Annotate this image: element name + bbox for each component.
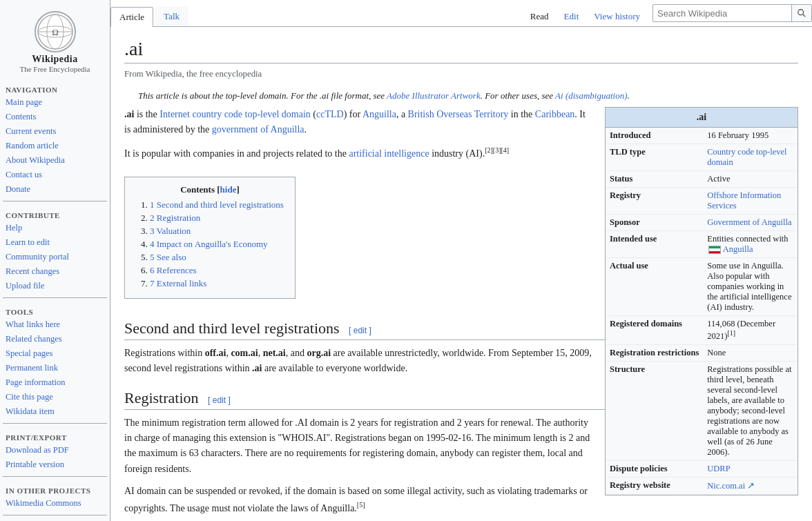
infobox-value: Nic.com.ai ↗ [703,478,798,495]
tabs-bar: Article Talk Read Edit View history [110,0,812,27]
infobox-value: Registrations possible at third level, b… [703,362,798,461]
sidebar-item-permanent-link[interactable]: Permanent link [0,361,110,375]
sidebar-item-contact[interactable]: Contact us [0,168,110,182]
sidebar-item-page-info[interactable]: Page information [0,375,110,390]
registry-link[interactable]: Offshore Information Services [707,190,781,210]
sidebar-item-special-pages[interactable]: Special pages [0,346,110,361]
sidebar-item-about[interactable]: About Wikipedia [0,153,110,168]
toc-link-2[interactable]: 2 Registration [150,213,200,223]
sidebar-item-wikidata[interactable]: Wikidata item [0,404,110,419]
tab-view-history[interactable]: View history [587,7,647,26]
sidebar-item-recent-changes[interactable]: Recent changes [0,264,110,279]
tld-type-link[interactable]: Country code top-level domain [707,147,786,167]
tab-read[interactable]: Read [523,7,556,26]
table-row: Introduced 16 February 1995 [606,128,798,144]
infobox-value: Country code top-level domain [703,144,798,171]
edit-link-1[interactable]: edit [354,326,367,335]
search-input[interactable] [653,7,791,20]
udrp-link[interactable]: UDRP [707,464,730,473]
tab-talk[interactable]: Talk [155,6,188,26]
toc-title: Contents [hide] [136,184,284,195]
search-button[interactable] [791,5,811,21]
gov-anguilla-link[interactable]: government of Anguilla [212,124,304,135]
sidebar: Ω Wikipedia The Free Encyclopedia Naviga… [0,0,110,521]
british-overseas-link[interactable]: British Overseas Territory [408,109,509,119]
sidebar-item-community-portal[interactable]: Community portal [0,250,110,264]
sidebar-item-main-page[interactable]: Main page [0,95,110,110]
tools-section-title: Tools [0,305,110,317]
nav-section-title: Navigation [0,83,110,95]
toc-list: 1 Second and third level registrations 2… [136,199,284,289]
sidebar-item-related-changes[interactable]: Related changes [0,332,110,346]
infobox-label: Registry website [606,478,703,495]
infobox-value: UDRP [703,461,798,478]
infobox-value: Government of Anguilla [703,215,798,231]
infobox-label: Status [606,171,703,188]
infobox-label: Intended use [606,231,703,258]
tab-article[interactable]: Article [110,7,153,27]
table-row: Actual use Some use in Anguilla. Also po… [606,258,798,316]
sidebar-divider [3,201,107,201]
page-tab-list: Article Talk [110,0,188,26]
toc-link-1[interactable]: 1 Second and third level registrations [150,199,284,210]
svg-text:Ω: Ω [52,27,59,37]
toc-link-5[interactable]: 5 See also [150,252,186,262]
sidebar-item-printable[interactable]: Printable version [0,458,110,472]
ai-link[interactable]: artificial intelligence [349,148,429,158]
anguilla-link-intended[interactable]: Anguilla [723,244,753,254]
hatnote-link-adobe[interactable]: Adobe Illustrator Artwork [387,90,481,101]
sponsor-link[interactable]: Government of Anguilla [707,217,791,227]
search-icon [797,8,806,18]
svg-point-5 [798,10,804,15]
infobox-label: TLD type [606,144,703,171]
registry-website-link[interactable]: Nic.com.ai ↗ [707,481,755,491]
sidebar-item-learn-to-edit[interactable]: Learn to edit [0,235,110,250]
hatnote-link-disambig[interactable]: Ai (disambiguation) [555,90,627,101]
sidebar-item-help[interactable]: Help [0,221,110,235]
toc-link-6[interactable]: 6 References [150,265,197,275]
sidebar-item-random-article[interactable]: Random article [0,139,110,153]
sidebar-item-donate[interactable]: Donate [0,182,110,197]
infobox-value: Active [703,171,798,188]
infobox-label: Sponsor [606,215,703,231]
icc-tld-link[interactable]: Internet country code top-level domain [160,109,310,119]
sidebar-nav-section: Navigation Main page Contents Current ev… [0,83,110,197]
tab-edit[interactable]: Edit [557,7,586,26]
table-row: Sponsor Government of Anguilla [606,215,798,231]
table-row: Registry website Nic.com.ai ↗ [606,478,798,495]
list-item: 7 External links [150,278,284,289]
toc-link-3[interactable]: 3 Valuation [150,226,191,236]
list-item: 5 See also [150,252,284,263]
caribbean-link[interactable]: Caribbean [535,109,575,119]
table-row: Dispute policies UDRP [606,461,798,478]
section-edit-link-1: [ edit ] [349,326,371,335]
edit-link-2[interactable]: edit [213,395,226,405]
sidebar-item-wikimedia-commons[interactable]: Wikimedia Commons [0,496,110,511]
sidebar-item-current-events[interactable]: Current events [0,124,110,139]
infobox-label: Registration restrictions [606,345,703,362]
sidebar-item-upload-file[interactable]: Upload file [0,279,110,293]
sidebar-divider-5 [3,515,107,515]
table-row: Registered domains 114,068 (December 202… [606,316,798,345]
toc-hide-link[interactable]: hide [220,184,237,195]
from-wiki: From Wikipedia, the free encyclopedia [124,69,798,79]
table-row: Intended use Entities connected with Ang… [606,231,798,258]
infobox-table: Introduced 16 February 1995 TLD type Cou… [606,128,798,495]
toc-link-7[interactable]: 7 External links [150,278,206,288]
table-row: Status Active [606,171,798,188]
cctld-link[interactable]: ccTLD [316,109,344,119]
toc-link-4[interactable]: 4 Impact on Anguilla's Economy [150,239,268,249]
sidebar-tools-section: Tools What links here Related changes Sp… [0,305,110,419]
sidebar-contribute-section: Contribute Help Learn to edit Community … [0,208,110,293]
sidebar-item-contents[interactable]: Contents [0,110,110,124]
search-box[interactable] [652,4,812,22]
sidebar-item-cite-page[interactable]: Cite this page [0,390,110,404]
table-row: TLD type Country code top-level domain [606,144,798,171]
sidebar-item-download-pdf[interactable]: Download as PDF [0,443,110,458]
table-row: Structure Registrations possible at thir… [606,362,798,461]
contribute-section-title: Contribute [0,208,110,221]
sidebar-item-what-links-here[interactable]: What links here [0,317,110,332]
anguilla-link[interactable]: Anguilla [362,109,396,119]
infobox-label: Introduced [606,128,703,144]
main-content: .ai From Wikipedia, the free encyclopedi… [110,27,812,521]
